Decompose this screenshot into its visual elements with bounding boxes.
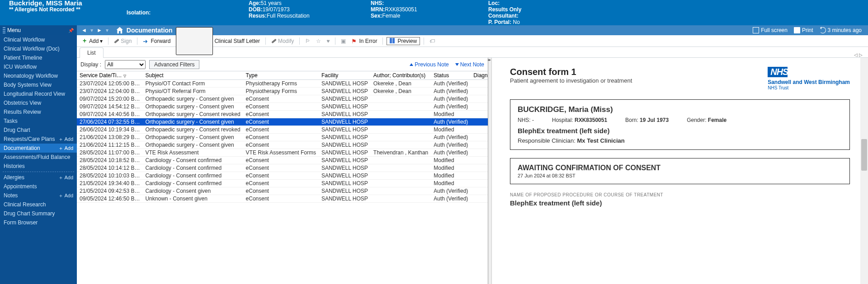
preview-pane: Consent form 1 Patient agreement to inve… <box>492 58 868 284</box>
sidebar-item-notes[interactable]: Notes＋ Add <box>0 191 77 200</box>
nav-forward-button[interactable]: ► <box>97 27 102 33</box>
tab-list[interactable]: List <box>80 47 104 58</box>
table-row[interactable]: 21/06/2024 11:12:15 B…Orthopaedic surger… <box>77 141 488 149</box>
table-row[interactable]: 28/05/2024 11:07:00 B…VTE Risk Assessmen… <box>77 149 488 157</box>
refresh-button[interactable]: 3 minutes ago <box>820 27 862 33</box>
sidebar-item-appointments[interactable]: Appointments <box>0 182 77 191</box>
sex-label: Sex: <box>371 13 382 19</box>
col-status[interactable]: Status <box>431 71 471 80</box>
pane-splitter[interactable] <box>488 58 492 284</box>
table-row[interactable]: 23/07/2024 12:04:00 B…Physio/OT Referral… <box>77 88 488 95</box>
table-row[interactable]: 09/07/2024 15:20:00 B…Orthopaedic surger… <box>77 95 488 103</box>
table-row[interactable]: 28/05/2024 10:18:52 B…Cardiology - Conse… <box>77 157 488 164</box>
nav-forward-dropdown[interactable]: ▾ <box>106 27 108 33</box>
allergy-status: ** Allergies Not Recorded ** <box>9 6 118 13</box>
sign-label: Sign <box>121 38 132 44</box>
print-button[interactable]: Print <box>794 27 813 33</box>
tab-scroll-right[interactable]: ▷ <box>859 52 863 57</box>
add-icon[interactable]: ＋ Add <box>58 135 73 144</box>
in-error-button[interactable]: ⚑In Error <box>349 37 379 45</box>
preview-scrollbar[interactable] <box>860 58 868 284</box>
preview-icon <box>390 38 396 44</box>
flag-button-3[interactable]: ♥ <box>325 37 331 45</box>
sidebar-item-label: Body Systems View <box>4 80 52 89</box>
sidebar-item-label: Documentation <box>4 144 40 153</box>
home-icon[interactable] <box>116 26 124 34</box>
col-type[interactable]: Type <box>243 71 319 80</box>
sidebar-item-requests-care-plans[interactable]: Requests/Care Plans＋ Add <box>0 135 77 144</box>
results-only: Results Only <box>488 6 521 13</box>
sidebar-item-drug-chart-summary[interactable]: Drug Chart Summary <box>0 209 77 218</box>
table-row[interactable]: 28/05/2024 10:14:12 B…Cardiology - Conse… <box>77 164 488 172</box>
table-row[interactable]: 09/05/2024 12:46:50 B…Unknown - Consent … <box>77 195 488 203</box>
sidebar-item-label: Drug Chart <box>4 126 30 135</box>
scrollbar-thumb[interactable] <box>861 139 867 171</box>
add-label: Add <box>89 38 99 44</box>
sidebar-item-assessments-fluid-balance[interactable]: Assessments/Fluid Balance <box>0 153 77 162</box>
forward-button[interactable]: Forward <box>141 37 172 45</box>
sidebar-item-form-browser[interactable]: Form Browser <box>0 218 77 227</box>
grip-icon <box>3 27 5 33</box>
sidebar-item-longitudinal-record-view[interactable]: Longitudinal Record View <box>0 89 77 98</box>
isolation-label: Isolation: <box>127 9 151 16</box>
tag-button[interactable] <box>428 37 438 45</box>
sidebar-item-drug-chart[interactable]: Drug Chart <box>0 126 77 135</box>
table-row[interactable]: 09/07/2024 14:40:56 B…Orthopaedic surger… <box>77 111 488 118</box>
table-row[interactable]: 27/06/2024 07:32:55 B…Orthopaedic surger… <box>77 118 488 126</box>
sidebar-item-patient-timeline[interactable]: Patient Timeline <box>0 53 77 62</box>
print-label: Print <box>802 27 813 33</box>
document-grid[interactable]: Service Date/Ti… ▽ Subject Type Facility… <box>77 71 488 284</box>
modify-button[interactable]: Modify <box>269 37 296 45</box>
col-author[interactable]: Author; Contributor(s) <box>371 71 431 80</box>
add-button[interactable]: +Add ▾ <box>80 37 104 45</box>
table-row[interactable]: 26/06/2024 10:19:34 B…Orthopaedic surger… <box>77 126 488 134</box>
flag-button-1[interactable]: 🏳 <box>303 37 312 45</box>
table-row[interactable]: 21/06/2024 13:08:29 B…Orthopaedic surger… <box>77 134 488 141</box>
resus-label: Resus: <box>249 13 267 19</box>
sidebar-item-clinical-workflow-doc-[interactable]: Clinical Workflow (Doc) <box>0 44 77 53</box>
sidebar-item-icu-workflow[interactable]: ICU Workflow <box>0 62 77 71</box>
folder-button[interactable]: ▣ <box>339 37 348 45</box>
sidebar-item-obstetrics-view[interactable]: Obstetrics View <box>0 98 77 107</box>
col-subject[interactable]: Subject <box>142 71 243 80</box>
pin-icon[interactable]: 📌 <box>68 28 74 33</box>
table-row[interactable]: 09/07/2024 14:54:12 B…Orthopaedic surger… <box>77 103 488 111</box>
sidebar-item-clinical-workflow[interactable]: Clinical Workflow <box>0 35 77 44</box>
sidebar-item-neonatology-workflow[interactable]: Neonatology Workflow <box>0 71 77 80</box>
add-icon[interactable]: ＋ Add <box>58 191 73 200</box>
nav-back-button[interactable]: ◄ <box>81 27 87 33</box>
form-subtitle: Patient agreement to investigation or tr… <box>510 77 632 84</box>
next-note-button[interactable]: Next Note <box>455 61 484 68</box>
table-row[interactable]: 21/05/2024 19:34:40 B…Cardiology - Conse… <box>77 180 488 187</box>
sidebar-item-histories[interactable]: Histories <box>0 162 77 171</box>
sidebar-item-results-review[interactable]: Results Review <box>0 107 77 116</box>
preview-toggle[interactable]: Preview <box>387 37 420 45</box>
preview-label: Preview <box>397 38 417 44</box>
previous-note-button[interactable]: Previous Note <box>410 61 448 68</box>
menu-button[interactable]: Menu 📌 <box>0 25 77 35</box>
advanced-filters-button[interactable]: Advanced Filters <box>149 60 199 69</box>
sidebar-item-documentation[interactable]: Documentation＋ Add <box>0 144 77 153</box>
sidebar-item-body-systems-view[interactable]: Body Systems View <box>0 80 77 89</box>
add-icon[interactable]: ＋ Add <box>58 173 73 182</box>
sign-button[interactable]: Sign <box>112 37 133 45</box>
col-facility[interactable]: Facility <box>319 71 371 80</box>
preview-born-value: 19 Jul 1973 <box>638 117 669 123</box>
table-row[interactable]: 28/05/2024 10:10:03 B…Cardiology - Conse… <box>77 172 488 180</box>
table-row[interactable]: 21/05/2024 09:42:53 B…Cardiology - Conse… <box>77 187 488 195</box>
grid-header-row[interactable]: Service Date/Ti… ▽ Subject Type Facility… <box>77 71 488 80</box>
sidebar-item-tasks[interactable]: Tasks <box>0 116 77 126</box>
nav-back-dropdown[interactable]: ▾ <box>90 27 93 33</box>
add-icon[interactable]: ＋ Add <box>58 144 73 153</box>
display-label: Display : <box>80 61 101 68</box>
table-row[interactable]: 23/07/2024 12:05:00 B…Physio/OT Contact … <box>77 80 488 88</box>
flag-button-2[interactable]: ☆ <box>314 37 323 45</box>
sidebar-item-clinical-research[interactable]: Clinical Research <box>0 200 77 209</box>
fullscreen-button[interactable]: Full screen <box>753 27 788 33</box>
col-diagnosis[interactable]: Diagnos <box>471 71 488 80</box>
col-date[interactable]: Service Date/Ti… ▽ <box>77 71 142 80</box>
sidebar-item-allergies[interactable]: Allergies＋ Add <box>0 173 77 182</box>
display-select[interactable]: All <box>105 60 146 69</box>
tab-scroll-left[interactable]: ◁ <box>854 52 858 57</box>
sidebar-item-label: Results Review <box>4 107 41 116</box>
